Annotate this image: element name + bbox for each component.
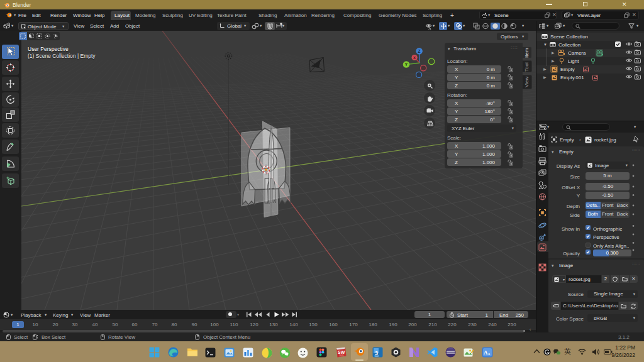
svg-text:2021: 2021 bbox=[339, 354, 344, 357]
svg-text:Z: Z bbox=[418, 49, 421, 53]
svg-text:A: A bbox=[484, 349, 488, 356]
svg-text:Y: Y bbox=[405, 62, 408, 67]
svg-text:X: X bbox=[413, 56, 416, 60]
svg-text:MAX: MAX bbox=[375, 355, 380, 358]
svg-text:SW: SW bbox=[338, 350, 345, 354]
